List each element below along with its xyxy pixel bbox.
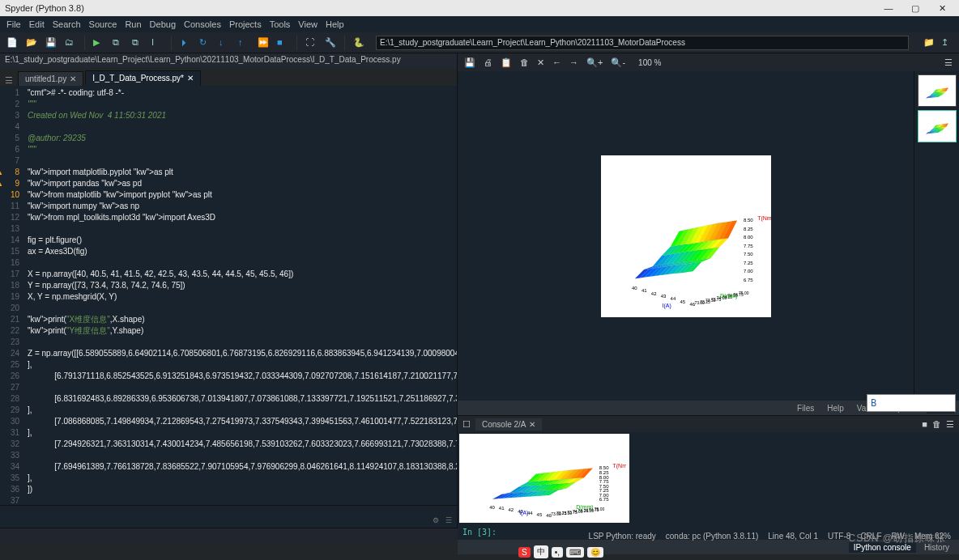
plot-canvas: 40414243444546I(A)73.0073.2573.5073.7574… — [458, 71, 914, 401]
h-scrollbar[interactable] — [0, 505, 457, 516]
svg-text:7.50: 7.50 — [599, 484, 609, 489]
interrupt-icon[interactable]: ■ — [922, 419, 927, 429]
preferences-icon[interactable]: 🔧 — [325, 37, 336, 49]
floating-search-input[interactable] — [867, 394, 956, 412]
next-plot-icon[interactable]: → — [569, 57, 578, 67]
close-button[interactable]: ✕ — [930, 3, 954, 14]
menu-file[interactable]: File — [5, 19, 23, 29]
tab-list-icon[interactable]: ☰ — [5, 75, 13, 86]
run-cell-advance-icon[interactable]: ⧉ — [132, 37, 143, 49]
run-icon[interactable]: ▶ — [93, 37, 104, 49]
ime-pill[interactable]: 中 — [534, 545, 548, 558]
lsp-status: LSP Python: ready — [589, 532, 656, 541]
tab-untitled[interactable]: untitled1.py ✕ — [18, 71, 83, 86]
step-into-icon[interactable]: ↓ — [219, 37, 230, 49]
prev-plot-icon[interactable]: ← — [552, 57, 561, 67]
close-plot-icon[interactable]: ✕ — [537, 57, 544, 68]
menu-consoles[interactable]: Consoles — [182, 19, 223, 29]
menu-tools[interactable]: Tools — [268, 19, 292, 29]
permissions: RW — [892, 532, 905, 541]
ime-pill[interactable]: S — [518, 547, 531, 558]
zoom-in-icon[interactable]: 🔍+ — [586, 57, 603, 68]
svg-text:75.00: 75.00 — [739, 291, 749, 295]
close-icon[interactable]: ✕ — [70, 74, 76, 83]
memory: Mem 62% — [914, 532, 951, 541]
minimize-button[interactable]: — — [876, 3, 901, 13]
tab-help[interactable]: Help — [822, 403, 849, 414]
encoding: UTF-8 — [828, 532, 850, 541]
separator — [171, 36, 172, 50]
svg-text:40: 40 — [632, 286, 637, 291]
max-pane-icon[interactable]: ⛶ — [305, 37, 317, 49]
clear-icon[interactable]: 🗑 — [932, 419, 941, 429]
plot-thumb-2[interactable] — [918, 110, 957, 142]
maximize-button[interactable]: ▢ — [903, 3, 927, 14]
menu-projects[interactable]: Projects — [228, 19, 263, 29]
svg-text:8.00: 8.00 — [744, 235, 753, 240]
ime-pill[interactable]: 😊 — [587, 547, 603, 558]
svg-text:42: 42 — [509, 507, 514, 512]
ime-pill[interactable]: •, — [552, 547, 563, 558]
plot-thumb-1[interactable] — [918, 74, 957, 107]
main-toolbar: 📄 📂 💾 🗂 ▶ ⧉ ⧉ I ⏵ ↻ ↓ ↑ ⏩ ■ ⛶ 🔧 🐍 📁 ↥ — [0, 32, 959, 53]
menu-search[interactable]: Search — [51, 19, 83, 29]
console-toolbar: ☐ Console 2/A ✕ ■ 🗑 ☰ — [458, 416, 959, 432]
folder-icon[interactable]: 📁 — [923, 37, 935, 49]
options-icon[interactable]: ☰ — [944, 57, 953, 68]
menu-source[interactable]: Source — [87, 19, 119, 29]
tab-ipython-console[interactable]: IPython console — [849, 542, 916, 553]
open-folder-icon[interactable]: 📂 — [26, 37, 37, 49]
save-plot-icon[interactable]: 💾 — [464, 57, 475, 68]
save-all-plot-icon[interactable]: 🖨 — [484, 57, 492, 67]
step-out-icon[interactable]: ↑ — [238, 37, 249, 49]
close-icon[interactable]: ✕ — [187, 74, 194, 83]
surface-plot-main: 40414243444546I(A)73.0073.2573.5073.7574… — [601, 155, 771, 317]
parent-dir-icon[interactable]: ↥ — [941, 37, 953, 49]
menu-debug[interactable]: Debug — [148, 19, 177, 29]
tab-idt-data-process[interactable]: I_D_T_Data_Process.py* ✕ — [85, 70, 201, 86]
step-over-icon[interactable]: ↻ — [199, 37, 211, 49]
tab-history[interactable]: History — [919, 542, 954, 553]
svg-text:44: 44 — [670, 296, 676, 301]
console-tab[interactable]: Console 2/A ✕ — [475, 418, 542, 431]
options-icon[interactable]: ⚙ — [433, 516, 439, 528]
close-icon[interactable]: ✕ — [529, 420, 535, 429]
save-icon[interactable]: 💾 — [45, 37, 57, 49]
separator — [344, 36, 345, 50]
save-all-icon[interactable]: 🗂 — [65, 37, 76, 49]
svg-text:45: 45 — [537, 512, 543, 517]
ime-pill[interactable]: ⌨ — [566, 547, 584, 558]
svg-text:I(A): I(A) — [662, 303, 671, 309]
svg-text:7.50: 7.50 — [744, 252, 753, 257]
console-list-icon[interactable]: ☐ — [462, 419, 471, 430]
eol: CRLF — [860, 532, 881, 541]
debug-icon[interactable]: ⏵ — [180, 37, 191, 49]
console-inline-plot: 40414243444546I(A)73.0073.2573.5073.7574… — [459, 434, 629, 523]
outline-icon[interactable]: ☰ — [445, 516, 452, 528]
menu-edit[interactable]: Edit — [28, 19, 46, 29]
delete-plot-icon[interactable]: 🗑 — [520, 57, 529, 67]
new-file-icon[interactable]: 📄 — [6, 37, 18, 49]
continue-icon[interactable]: ⏩ — [258, 37, 269, 49]
console-output[interactable]: 40414243444546I(A)73.0073.2573.5073.7574… — [458, 432, 959, 540]
stop-icon[interactable]: ■ — [277, 37, 288, 49]
menu-run[interactable]: Run — [123, 19, 143, 29]
menu-help[interactable]: Help — [324, 19, 346, 29]
tab-files[interactable]: Files — [792, 403, 819, 414]
python-path-icon[interactable]: 🐍 — [353, 37, 364, 49]
code-editor[interactable]: 1234567▲8▲9▲1011121314151617181920212223… — [0, 86, 457, 505]
svg-text:T(Nm): T(Nm) — [757, 215, 771, 222]
run-cell-icon[interactable]: ⧉ — [113, 37, 124, 49]
code-area[interactable]: "cmt"># -*- coding: utf-8 -*-"""Created … — [24, 86, 457, 505]
svg-text:D(mm): D(mm) — [576, 504, 593, 511]
svg-text:7.00: 7.00 — [599, 493, 609, 498]
svg-text:41: 41 — [499, 506, 505, 511]
svg-text:7.00: 7.00 — [744, 269, 753, 274]
run-selection-icon[interactable]: I — [151, 37, 163, 49]
options-icon[interactable]: ☰ — [946, 419, 954, 430]
working-dir-input[interactable] — [376, 36, 909, 50]
zoom-out-icon[interactable]: 🔍- — [611, 57, 625, 68]
copy-plot-icon[interactable]: 📋 — [501, 57, 512, 68]
menu-view[interactable]: View — [296, 19, 319, 29]
svg-text:T(Nm): T(Nm) — [613, 463, 626, 469]
